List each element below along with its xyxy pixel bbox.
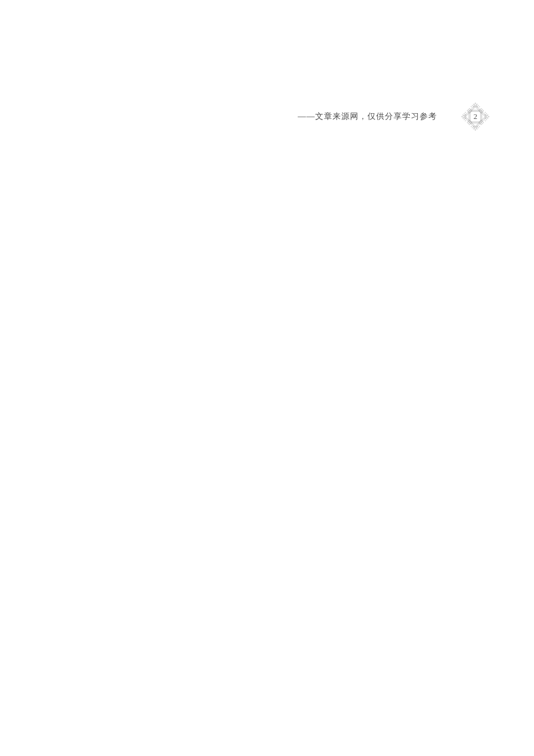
svg-line-9 [472, 105, 473, 106]
page-number-badge: 2 [460, 102, 490, 132]
svg-line-24 [464, 119, 465, 120]
svg-line-26 [485, 112, 486, 113]
svg-line-11 [477, 104, 478, 105]
svg-line-31 [485, 120, 486, 121]
svg-line-8 [471, 106, 472, 107]
svg-line-15 [472, 127, 473, 128]
svg-line-16 [473, 128, 474, 129]
svg-line-20 [465, 112, 466, 113]
header-row: ——文章来源网，仅供分享学习参考 [0, 102, 534, 132]
svg-line-22 [463, 114, 464, 115]
svg-line-12 [478, 105, 479, 106]
svg-line-13 [479, 106, 480, 107]
svg-line-25 [465, 120, 466, 121]
svg-line-28 [487, 114, 488, 115]
page-number-text: 2 [474, 112, 478, 121]
svg-line-21 [464, 113, 465, 114]
svg-line-19 [479, 126, 480, 127]
source-citation-text: ——文章来源网，仅供分享学习参考 [298, 111, 437, 122]
svg-line-23 [463, 118, 464, 119]
svg-line-10 [473, 104, 474, 105]
svg-line-30 [486, 119, 487, 120]
svg-line-17 [477, 128, 478, 129]
svg-line-27 [486, 113, 487, 114]
svg-line-18 [478, 127, 479, 128]
svg-line-14 [471, 126, 472, 127]
svg-line-29 [487, 118, 488, 119]
